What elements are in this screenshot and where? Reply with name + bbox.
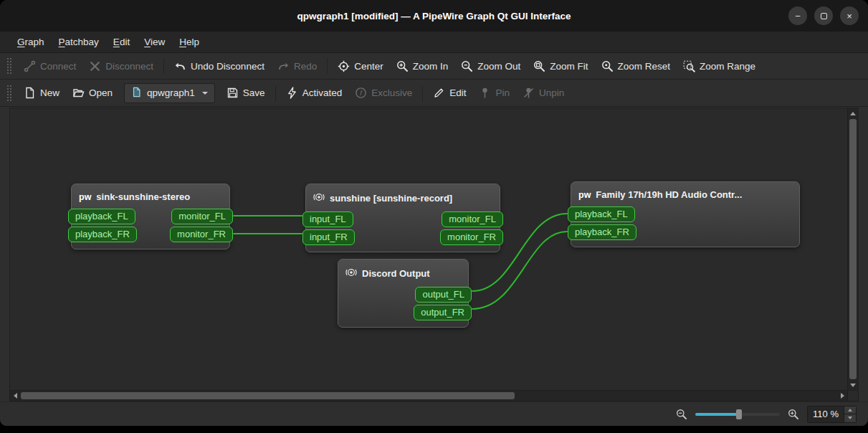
- save-button[interactable]: Save: [220, 83, 272, 103]
- node-title: pw Family 17h/19h HD Audio Contr...: [571, 182, 799, 205]
- monitor-icon: [313, 191, 325, 206]
- redo-icon: [277, 60, 290, 72]
- triangle-up-icon: [848, 409, 852, 411]
- save-icon: [226, 87, 239, 99]
- graph-canvas[interactable]: pw sink-sunshine-stereo playback_FL moni…: [10, 108, 847, 390]
- port-monitor-fr[interactable]: monitor_FR: [440, 229, 503, 245]
- maximize-button[interactable]: [814, 6, 833, 25]
- pipewire-icon: pw: [578, 191, 591, 200]
- graph-selector-combobox[interactable]: qpwgraph1: [124, 83, 215, 103]
- central-area: pw sink-sunshine-stereo playback_FL moni…: [0, 107, 868, 401]
- scroll-left-button[interactable]: [10, 391, 20, 401]
- toolbar-separator: [163, 58, 164, 74]
- node-title: sunshine [sunshine-record]: [306, 184, 500, 210]
- zoom-range-icon: [683, 60, 695, 72]
- port-playback-fl[interactable]: playback_FL: [68, 209, 135, 224]
- pencil-icon: [433, 87, 445, 99]
- menu-edit[interactable]: Edit: [106, 34, 137, 50]
- activated-button[interactable]: Activated: [280, 83, 349, 103]
- close-icon: ×: [846, 11, 852, 21]
- unpin-icon: [523, 87, 535, 99]
- port-playback-fl[interactable]: playback_FL: [568, 206, 635, 222]
- zoom-reset-icon: [601, 60, 614, 72]
- port-input-fr[interactable]: input_FR: [302, 229, 355, 245]
- open-button[interactable]: Open: [66, 83, 119, 103]
- zoom-in-icon: [396, 60, 409, 72]
- triangle-right-icon: [841, 393, 844, 399]
- zoom-reset-button[interactable]: Zoom Reset: [595, 57, 677, 76]
- scroll-right-button[interactable]: [837, 391, 847, 401]
- triangle-left-icon: [14, 393, 17, 399]
- node-title-text: Family 17h/19h HD Audio Contr...: [596, 189, 742, 201]
- pipewire-icon: pw: [79, 193, 91, 202]
- minimize-button[interactable]: −: [788, 6, 807, 25]
- port-playback-fr[interactable]: playback_FR: [68, 227, 137, 242]
- connect-icon: [24, 60, 36, 72]
- horizontal-scrollbar[interactable]: [9, 391, 848, 401]
- exclusive-icon: f: [355, 87, 367, 99]
- zoom-step-up-button[interactable]: [844, 406, 856, 414]
- node-title: pw sink-sunshine-stereo: [72, 184, 229, 207]
- undo-icon: [174, 60, 186, 72]
- zoom-in-slider-button[interactable]: [788, 409, 799, 420]
- zoom-fit-button[interactable]: Zoom Fit: [527, 57, 594, 76]
- port-playback-fr[interactable]: playback_FR: [568, 224, 636, 240]
- disconnect-button: Disconnect: [82, 57, 160, 76]
- zoom-slider[interactable]: [695, 409, 780, 420]
- zoom-in-button[interactable]: Zoom In: [390, 57, 455, 76]
- toolbar-drag-handle[interactable]: [7, 85, 11, 101]
- file-icon: [131, 87, 142, 100]
- svg-text:f: f: [360, 89, 363, 97]
- node-title: Discord Output: [338, 260, 468, 285]
- zoom-range-button[interactable]: Zoom Range: [677, 57, 762, 76]
- zoom-spinbox[interactable]: 110 %: [807, 406, 857, 423]
- close-button[interactable]: ×: [840, 6, 859, 25]
- graph-node-discord-output[interactable]: Discord Output output_FL output_FR: [338, 259, 469, 328]
- port-output-fl[interactable]: output_FL: [415, 287, 472, 303]
- zoom-slider-handle[interactable]: [736, 409, 742, 419]
- ports: playback_FL playback_FR: [571, 205, 799, 247]
- new-document-icon: [24, 87, 36, 99]
- toolbar-file: New Open qpwgraph1 Save Activated f Excl…: [0, 80, 868, 107]
- port-input-fl[interactable]: input_FL: [302, 211, 353, 227]
- edit-button[interactable]: Edit: [426, 83, 472, 103]
- zoom-step-down-button[interactable]: [844, 414, 856, 422]
- scroll-down-button[interactable]: [848, 380, 858, 390]
- toolbar-separator: [327, 58, 328, 74]
- port-monitor-fr[interactable]: monitor_FR: [170, 227, 233, 242]
- graph-node-family-hd-audio[interactable]: pw Family 17h/19h HD Audio Contr... play…: [571, 181, 800, 247]
- zoom-out-icon: [461, 60, 473, 72]
- toolbar-graph: Connect Disconnect Undo Disconnect Redo …: [0, 53, 868, 80]
- minimize-icon: −: [795, 11, 801, 21]
- zoom-out-slider-button[interactable]: [676, 409, 687, 420]
- zoom-out-button[interactable]: Zoom Out: [454, 57, 527, 76]
- toolbar-drag-handle[interactable]: [7, 58, 11, 74]
- new-button[interactable]: New: [17, 83, 66, 103]
- port-monitor-fl[interactable]: monitor_FL: [171, 209, 233, 224]
- vertical-scrollbar[interactable]: [847, 108, 858, 390]
- undo-button[interactable]: Undo Disconnect: [168, 57, 271, 76]
- menu-patchbay[interactable]: Patchbay: [52, 34, 106, 50]
- node-title-text: sunshine [sunshine-record]: [330, 193, 452, 204]
- menu-help[interactable]: Help: [172, 34, 206, 50]
- lightning-icon: [286, 87, 298, 99]
- menubar: Graph Patchbay Edit View Help: [0, 32, 868, 53]
- titlebar[interactable]: qpwgraph1 [modified] — A PipeWire Graph …: [0, 0, 868, 32]
- horizontal-scrollbar-handle[interactable]: [21, 392, 515, 399]
- disconnect-icon: [89, 60, 101, 72]
- exclusive-button: f Exclusive: [348, 83, 419, 103]
- graph-node-sunshine[interactable]: sunshine [sunshine-record] input_FL moni…: [305, 184, 500, 252]
- open-folder-icon: [72, 87, 85, 99]
- port-monitor-fl[interactable]: monitor_FL: [442, 211, 503, 227]
- scroll-up-button[interactable]: [848, 108, 858, 118]
- graph-node-sink-sunshine-stereo[interactable]: pw sink-sunshine-stereo playback_FL moni…: [71, 184, 230, 249]
- pin-button: Pin: [472, 83, 516, 103]
- menu-view[interactable]: View: [137, 34, 172, 50]
- center-button[interactable]: Center: [331, 57, 390, 76]
- center-icon: [338, 60, 350, 72]
- vertical-scrollbar-handle[interactable]: [849, 119, 857, 379]
- chevron-down-icon: [202, 92, 208, 95]
- connect-button: Connect: [17, 57, 82, 76]
- port-output-fr[interactable]: output_FR: [414, 305, 472, 320]
- menu-graph[interactable]: Graph: [10, 34, 52, 50]
